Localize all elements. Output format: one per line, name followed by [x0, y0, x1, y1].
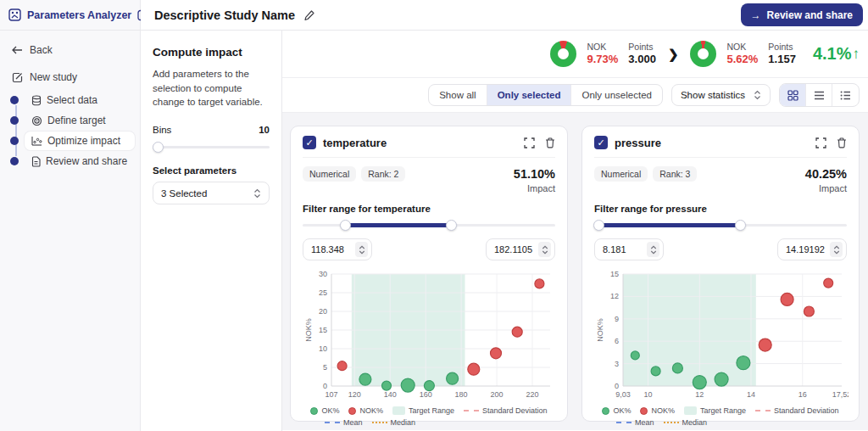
- stepper-icon[interactable]: [355, 242, 368, 257]
- svg-text:15: 15: [319, 326, 327, 334]
- svg-text:25: 25: [319, 288, 327, 297]
- filter-range-slider[interactable]: [303, 219, 555, 232]
- step-label: Select data: [47, 94, 97, 106]
- indented-list-icon: [840, 91, 851, 100]
- trash-icon[interactable]: [545, 137, 555, 148]
- std-swatch: [464, 410, 479, 411]
- stepper-icon[interactable]: [538, 242, 551, 257]
- sidebar-item-optimize-impact[interactable]: Optimize impact: [10, 131, 135, 151]
- app-header: Parameters Analyzer: [0, 0, 140, 31]
- impact-label: Impact: [514, 182, 555, 194]
- range-min-input[interactable]: 8.181: [594, 238, 664, 260]
- svg-text:9,03: 9,03: [615, 390, 631, 399]
- svg-text:120: 120: [348, 390, 361, 399]
- range-max-input[interactable]: 14.19192: [777, 238, 847, 260]
- new-study-icon: [12, 72, 23, 83]
- points-label: Points: [628, 42, 656, 53]
- arrow-up-icon: ↑: [853, 46, 860, 63]
- bins-value: 10: [259, 125, 270, 135]
- impact-value: 40.25%: [805, 166, 847, 182]
- target-range-swatch: [392, 406, 405, 415]
- bins-slider[interactable]: [153, 142, 270, 154]
- slider-handle-max[interactable]: [446, 220, 457, 231]
- nok-swatch: [640, 407, 648, 415]
- new-study-item[interactable]: New study: [0, 56, 140, 83]
- svg-text:16: 16: [798, 390, 807, 399]
- slider-track: [153, 146, 270, 148]
- step-dot: [10, 96, 19, 104]
- document-icon: [31, 156, 41, 167]
- svg-text:12: 12: [695, 390, 704, 399]
- database-icon: [31, 95, 42, 106]
- sidebar-item-review-share[interactable]: Review and share: [10, 151, 135, 171]
- svg-text:220: 220: [526, 390, 538, 399]
- range-max-input[interactable]: 182.1105: [486, 238, 555, 260]
- content: NOK 9.73% Points 3.000 ❯ NOK 5.62% Point…: [282, 31, 868, 431]
- bins-label: Bins: [153, 125, 171, 135]
- filter-show-all[interactable]: Show all: [429, 85, 487, 105]
- nok-swatch: [348, 407, 356, 415]
- scatter-chart-temperature: 051015202530107120140160180200220NOK%: [303, 267, 555, 403]
- stepper-icon[interactable]: [830, 242, 843, 257]
- stepper-icon[interactable]: [647, 242, 659, 257]
- svg-text:10: 10: [319, 344, 327, 353]
- svg-text:6: 6: [615, 337, 619, 345]
- nok-value-before: 9.73%: [587, 53, 618, 66]
- improvement-badge: 4.1% ↑: [813, 44, 860, 64]
- svg-text:160: 160: [420, 390, 432, 399]
- svg-text:107: 107: [325, 390, 337, 399]
- app-title: Parameters Analyzer: [27, 9, 131, 21]
- sidebar: Parameters Analyzer Back New study: [0, 0, 141, 431]
- parameter-checkbox[interactable]: ✓: [303, 136, 316, 149]
- back-button[interactable]: Back: [0, 31, 140, 56]
- mean-swatch: [616, 422, 632, 423]
- svg-text:NOK%: NOK%: [304, 318, 313, 342]
- grid-icon: [787, 90, 798, 101]
- slider-handle[interactable]: [153, 142, 164, 153]
- slider-handle-min[interactable]: [340, 220, 351, 231]
- trash-icon[interactable]: [837, 137, 847, 148]
- impact-label: Impact: [805, 182, 847, 194]
- select-parameters-dropdown[interactable]: 3 Selected: [153, 182, 270, 204]
- type-badge: Numerical: [594, 166, 648, 182]
- chevron-right-icon: ❯: [666, 47, 681, 62]
- slider-handle-min[interactable]: [593, 220, 604, 231]
- svg-text:20: 20: [319, 307, 327, 316]
- edit-pencil-icon[interactable]: [303, 9, 315, 21]
- target-icon: [31, 115, 42, 126]
- step-dot: [10, 116, 19, 125]
- mean-swatch: [325, 422, 340, 423]
- grid-view-button[interactable]: [780, 84, 806, 106]
- filter-range-slider[interactable]: [594, 219, 847, 232]
- slider-handle-max[interactable]: [735, 220, 746, 231]
- step-dot: [10, 157, 19, 165]
- svg-text:140: 140: [384, 390, 397, 399]
- ok-swatch: [310, 407, 318, 415]
- filter-range-label: Filter range for temperature: [303, 204, 555, 214]
- range-min-input[interactable]: 118.348: [303, 238, 372, 260]
- parameter-card-temperature: ✓ temperature Numerical Rank: 2: [290, 126, 568, 422]
- review-and-share-button[interactable]: → Review and share: [741, 3, 863, 26]
- filter-only-selected[interactable]: Only selected: [487, 85, 572, 105]
- arrow-right-icon: →: [751, 9, 761, 21]
- detailed-list-view-button[interactable]: [832, 84, 859, 106]
- sidebar-item-define-target[interactable]: Define target: [10, 110, 135, 131]
- sidebar-item-select-data[interactable]: Select data: [10, 90, 135, 110]
- chart-legend: OK% NOK% Target Range Standard Deviation…: [303, 406, 555, 427]
- chevron-updown-icon: [253, 188, 261, 199]
- page-title: Descriptive Study Name: [154, 8, 295, 22]
- show-statistics-dropdown[interactable]: Show statistics: [671, 84, 771, 106]
- median-swatch: [372, 422, 387, 423]
- slider-active-range: [346, 223, 452, 227]
- nok-label: NOK: [726, 42, 758, 53]
- list-view-button[interactable]: [806, 84, 832, 106]
- parameter-checkbox[interactable]: ✓: [594, 136, 608, 149]
- step-label: Review and share: [46, 155, 127, 167]
- points-value-after: 1.157: [768, 53, 796, 66]
- parameter-name: pressure: [615, 137, 809, 149]
- step-label: Optimize impact: [47, 135, 120, 147]
- svg-text:5: 5: [323, 363, 327, 372]
- filter-only-unselected[interactable]: Only unselected: [571, 85, 661, 105]
- expand-icon[interactable]: [815, 137, 826, 148]
- expand-icon[interactable]: [524, 137, 535, 148]
